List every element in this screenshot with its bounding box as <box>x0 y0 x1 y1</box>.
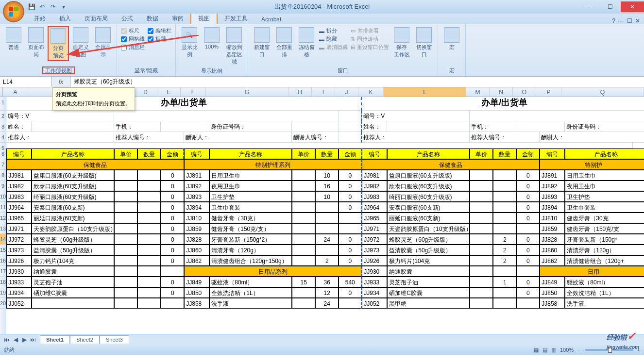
reset-position-button[interactable]: ⊞ 重设窗口位置 <box>351 44 389 51</box>
cell[interactable] <box>137 245 161 255</box>
cell[interactable] <box>315 213 339 223</box>
cell[interactable]: JJ930 <box>6 266 32 277</box>
cell[interactable]: JJ926 <box>362 255 387 266</box>
cell[interactable]: 姓名： <box>362 121 387 132</box>
cell[interactable]: 健齿牙膏（150克/支 <box>565 223 644 234</box>
cell[interactable] <box>339 223 362 234</box>
cell[interactable]: 0 <box>516 287 540 298</box>
cell[interactable]: 0 <box>161 287 184 298</box>
cell[interactable]: 清渍牙膏（120g） <box>209 245 292 255</box>
row-header-3[interactable]: 3 <box>0 121 6 132</box>
cell[interactable]: 夜用卫生巾 <box>565 181 644 191</box>
cell[interactable]: 天姿韵胶原蛋白（10支升级版） <box>387 223 470 234</box>
cell[interactable] <box>470 181 493 191</box>
cell[interactable]: 驱蚊液（80ml） <box>209 277 292 287</box>
col-header-Q[interactable]: Q <box>561 87 644 97</box>
cell[interactable]: 夜用卫生巾 <box>209 181 292 191</box>
cell[interactable]: 24 <box>315 298 339 309</box>
cell[interactable]: 金额 <box>516 148 540 159</box>
message-bar-checkbox[interactable]: 消息栏 <box>121 44 145 51</box>
name-box[interactable]: L14 <box>0 77 51 87</box>
cell[interactable]: JJ858 <box>184 298 209 309</box>
cell[interactable] <box>114 111 339 121</box>
cell[interactable]: 益康口服液(60支升级版) <box>32 170 114 181</box>
cell[interactable]: JJ964 <box>362 202 387 213</box>
cell[interactable]: 办单/出货单 <box>362 97 644 111</box>
row-header-6[interactable]: 6 <box>0 148 6 159</box>
unhide-button[interactable]: ▬ 取消隐藏 <box>319 44 348 51</box>
next-sheet-icon[interactable]: ▶ <box>20 336 28 344</box>
new-window-button[interactable]: 新建窗口 <box>251 26 272 59</box>
cell[interactable]: JJ933 <box>6 277 32 287</box>
cell[interactable] <box>470 287 493 298</box>
cell[interactable]: JJ810 <box>184 213 209 223</box>
cell[interactable]: JJ971 <box>362 223 387 234</box>
undo-icon[interactable]: ↶ <box>38 2 47 11</box>
cell[interactable]: 0 <box>339 202 362 213</box>
cell[interactable]: JJ982 <box>6 181 32 191</box>
save-workspace-button[interactable]: 保存 工作区 <box>391 26 412 59</box>
row-header-11[interactable]: 11 <box>0 202 6 213</box>
cell[interactable]: 编号 <box>6 148 32 159</box>
cell[interactable]: 产品名称 <box>565 148 644 159</box>
cell[interactable]: 牙膏套装新（150g* <box>565 234 644 245</box>
cell[interactable]: 0 <box>161 202 184 213</box>
cell[interactable]: JJ894 <box>540 202 565 213</box>
cell[interactable] <box>292 245 315 255</box>
col-header-E[interactable]: E <box>157 87 181 97</box>
cell[interactable] <box>516 223 540 234</box>
cell[interactable] <box>114 170 137 181</box>
sheet-tab-1[interactable]: Sheet1 <box>40 335 70 344</box>
cell[interactable]: JJ893 <box>540 191 565 202</box>
cell[interactable]: JJ828 <box>184 234 209 245</box>
col-header-N[interactable]: N <box>490 87 513 97</box>
cell[interactable] <box>516 121 565 132</box>
cell[interactable] <box>339 121 362 132</box>
close-button[interactable]: ✕ <box>621 1 644 12</box>
cell[interactable]: JJ828 <box>540 234 565 245</box>
cell[interactable]: 安泰口服液(60支新) <box>32 202 114 213</box>
cell[interactable]: JJ981 <box>6 170 32 181</box>
col-header-L[interactable]: L <box>384 87 466 97</box>
cell[interactable]: 牙膏套装新（150g*2） <box>209 234 292 245</box>
cell[interactable] <box>114 277 137 287</box>
cell[interactable]: 蜂胶灵芝（60g升级版） <box>387 234 470 245</box>
cell[interactable]: 金额 <box>161 148 184 159</box>
cell[interactable]: 日用 <box>540 266 644 277</box>
redo-icon[interactable]: ↷ <box>49 2 57 11</box>
cell[interactable] <box>339 111 362 121</box>
tab-formulas[interactable]: 公式 <box>115 13 140 24</box>
cell[interactable]: 数量 <box>137 148 161 159</box>
cell[interactable] <box>493 298 516 309</box>
cell[interactable] <box>161 121 209 132</box>
cell[interactable]: 酬谢人： <box>540 132 644 143</box>
cell[interactable]: 纳通胶囊 <box>387 266 470 277</box>
cell[interactable]: 单价 <box>114 148 137 159</box>
cell[interactable] <box>137 298 161 309</box>
cell[interactable] <box>114 298 137 309</box>
cell[interactable]: 数量 <box>493 148 516 159</box>
cells-grid[interactable]: 办单/出货单办单/出货单编号：V编号：V姓名：手机：身份证号码：姓名：手机：身份… <box>6 97 644 334</box>
row-header-7[interactable]: 7 <box>0 159 6 170</box>
row-header-19[interactable]: 19 <box>0 287 6 298</box>
cell[interactable]: 全效洗洁精（1L） <box>565 287 644 298</box>
split-button[interactable]: ▬ 拆分 <box>319 27 348 34</box>
cell[interactable]: JJ934 <box>362 287 387 298</box>
cell[interactable]: 0 <box>161 191 184 202</box>
cell[interactable] <box>493 213 516 223</box>
cell[interactable]: JJ934 <box>6 287 32 298</box>
cell[interactable] <box>292 170 315 181</box>
cell[interactable]: 蜂胶灵芝（60g升级版） <box>32 234 114 245</box>
switch-windows-button[interactable]: 切换窗口 <box>413 26 435 59</box>
cell[interactable] <box>114 202 137 213</box>
cell[interactable]: 手机： <box>470 121 516 132</box>
cell[interactable] <box>470 255 493 266</box>
prev-sheet-icon[interactable]: ◀ <box>12 336 19 344</box>
cell[interactable]: 绮丽口服液(60支升级版) <box>32 191 114 202</box>
cell[interactable] <box>114 266 137 277</box>
cell[interactable] <box>32 121 114 132</box>
tab-data[interactable]: 数据 <box>140 13 165 24</box>
cell[interactable]: JJ810 <box>540 213 565 223</box>
cell[interactable] <box>137 223 161 234</box>
cell[interactable]: JJ891 <box>540 170 565 181</box>
